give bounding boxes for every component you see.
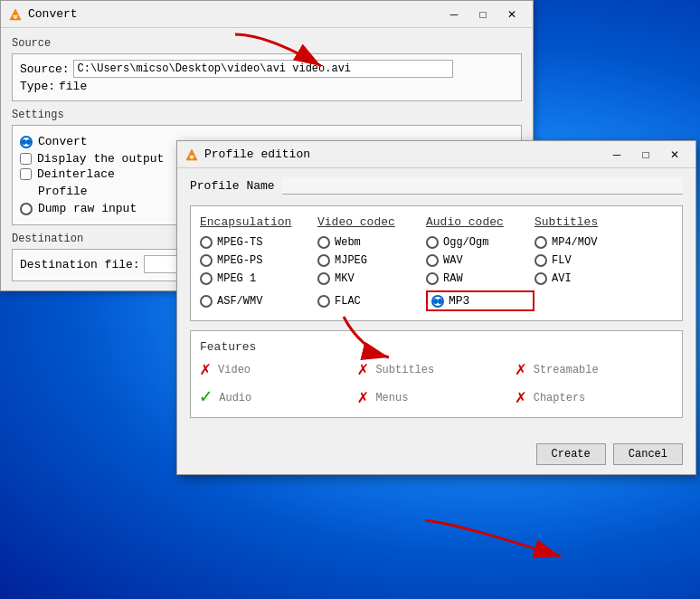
arrow-to-mp3 — [317, 308, 452, 380]
sub-flv-label: FLV — [552, 254, 572, 267]
enc-mpeg-ps[interactable]: MPEG-PS — [200, 254, 317, 267]
codec-header-row: Encapsulation Video codec Audio codec Su… — [200, 215, 673, 229]
titlebar-left: Convert — [8, 7, 78, 22]
vid-mkv-label: MKV — [335, 272, 355, 285]
dest-file-label: Destination file: — [20, 258, 140, 271]
vid-mjpeg-label: MJPEG — [335, 254, 367, 267]
source-label: Source: — [20, 62, 70, 76]
sub-mp4mov-radio[interactable] — [534, 236, 547, 249]
vid-mjpeg[interactable]: MJPEG — [317, 254, 426, 267]
profile-name-row: Profile Name — [190, 177, 683, 195]
type-label: Type: — [20, 80, 55, 93]
enc-mpeg1-radio[interactable] — [200, 272, 213, 285]
enc-asf-wmv-label: ASF/WMV — [217, 295, 262, 308]
svg-rect-1 — [14, 15, 18, 17]
vid-webm[interactable]: Webm — [317, 236, 426, 249]
menus-disabled-icon: ✗ — [357, 389, 368, 407]
codec-table: Encapsulation Video codec Audio codec Su… — [190, 205, 683, 321]
type-value: file — [59, 80, 87, 93]
cancel-button[interactable]: Cancel — [613, 443, 683, 465]
dialog-titlebar: Profile edition ─ □ ✕ — [177, 141, 695, 168]
dialog-minimize-button[interactable]: ─ — [603, 146, 630, 164]
sub-flv[interactable]: FLV — [534, 254, 643, 267]
convert-radio-label: Convert — [38, 135, 88, 148]
vid-mkv[interactable]: MKV — [317, 272, 426, 285]
enc-mpeg-ps-radio[interactable] — [200, 254, 213, 267]
aud-wav-radio[interactable] — [426, 254, 439, 267]
svg-rect-6 — [191, 157, 194, 159]
dump-raw-label: Dump raw input — [38, 202, 137, 215]
display-output-checkbox[interactable] — [20, 153, 32, 165]
arrow-to-create — [407, 507, 588, 579]
profile-name-input[interactable] — [282, 177, 683, 195]
dialog-footer: Create Cancel — [177, 438, 695, 474]
encapsulation-header: Encapsulation — [200, 215, 317, 229]
dialog-title: Profile edition — [204, 147, 310, 161]
profile-label: Profile — [38, 185, 88, 198]
feature-chapters-label: Chapters — [534, 392, 586, 404]
titlebar-controls: ─ □ ✕ — [440, 5, 525, 24]
sub-mp4mov-label: MP4/MOV — [552, 236, 597, 249]
video-codec-header: Video codec — [317, 215, 426, 229]
vid-flac-radio[interactable] — [317, 295, 330, 308]
vid-mjpeg-radio[interactable] — [317, 254, 330, 267]
aud-mp3-radio[interactable] — [431, 295, 444, 308]
convert-radio[interactable] — [20, 136, 33, 148]
aud-ogg-label: Ogg/Ogm — [443, 236, 488, 249]
create-button[interactable]: Create — [536, 443, 606, 465]
minimize-button[interactable]: ─ — [440, 5, 468, 24]
convert-title: Convert — [28, 7, 78, 21]
close-button[interactable]: ✕ — [498, 5, 525, 24]
aud-raw-radio[interactable] — [426, 272, 439, 285]
dialog-titlebar-controls: ─ □ ✕ — [603, 146, 688, 164]
enc-mpeg-ps-label: MPEG-PS — [217, 254, 262, 267]
maximize-button[interactable]: □ — [469, 5, 497, 24]
vid-webm-radio[interactable] — [317, 236, 330, 249]
enc-mpeg-ts-label: MPEG-TS — [217, 236, 262, 249]
feature-streamable: ✗ Streamable — [516, 361, 673, 379]
enc-asf-wmv-radio[interactable] — [200, 295, 213, 308]
arrow-to-source — [181, 25, 326, 80]
svg-rect-2 — [14, 17, 17, 19]
dump-raw-radio[interactable] — [20, 203, 33, 215]
enc-mpeg-ts-radio[interactable] — [200, 236, 213, 249]
streamable-disabled-icon: ✗ — [516, 361, 526, 379]
video-disabled-icon: ✗ — [200, 361, 211, 379]
enc-asf-wmv[interactable]: ASF/WMV — [200, 290, 317, 311]
aud-mp3-label: MP3 — [449, 294, 469, 308]
deinterlace-checkbox[interactable] — [20, 168, 32, 180]
deinterlace-label: Deinterlace — [37, 167, 115, 181]
feature-streamable-label: Streamable — [534, 364, 599, 376]
dialog-titlebar-left: Profile edition — [184, 147, 310, 162]
sub-flv-radio[interactable] — [534, 254, 547, 267]
dialog-maximize-button[interactable]: □ — [632, 146, 659, 164]
sub-mp4mov[interactable]: MP4/MOV — [534, 236, 643, 249]
enc-mpeg1[interactable]: MPEG 1 — [200, 272, 317, 285]
sub-avi-label: AVI — [552, 272, 572, 285]
sub-avi-radio[interactable] — [534, 272, 547, 285]
dialog-close-button[interactable]: ✕ — [661, 146, 688, 164]
sub-avi[interactable]: AVI — [534, 272, 643, 285]
aud-wav[interactable]: WAV — [426, 254, 534, 267]
enc-mpeg-ts[interactable]: MPEG-TS — [200, 236, 317, 249]
aud-ogg[interactable]: Ogg/Ogm — [426, 236, 534, 249]
sub-empty-4 — [534, 290, 643, 311]
convert-titlebar: Convert ─ □ ✕ — [1, 1, 533, 28]
vid-webm-label: Webm — [335, 236, 361, 249]
feature-menus: ✗ Menus — [357, 388, 515, 408]
feature-chapters: ✗ Chapters — [516, 388, 673, 408]
audio-enabled-icon: ✓ — [200, 388, 212, 408]
display-output-label: Display the output — [37, 152, 164, 166]
vid-mkv-radio[interactable] — [317, 272, 330, 285]
profile-name-label: Profile Name — [190, 179, 275, 193]
audio-codec-header: Audio codec — [426, 215, 534, 229]
subtitles-header: Subtitles — [534, 215, 643, 229]
feature-audio: ✓ Audio — [200, 388, 357, 408]
svg-rect-5 — [190, 156, 194, 157]
aud-wav-label: WAV — [443, 254, 463, 267]
codec-body: MPEG-TS Webm Ogg/Ogm MP4/MOV MPEG- — [200, 236, 673, 311]
aud-ogg-radio[interactable] — [426, 236, 439, 249]
vid-flac-label: FLAC — [335, 295, 361, 308]
dialog-content: Profile Name Encapsulation Video codec A… — [177, 168, 695, 438]
aud-raw[interactable]: RAW — [426, 272, 534, 285]
